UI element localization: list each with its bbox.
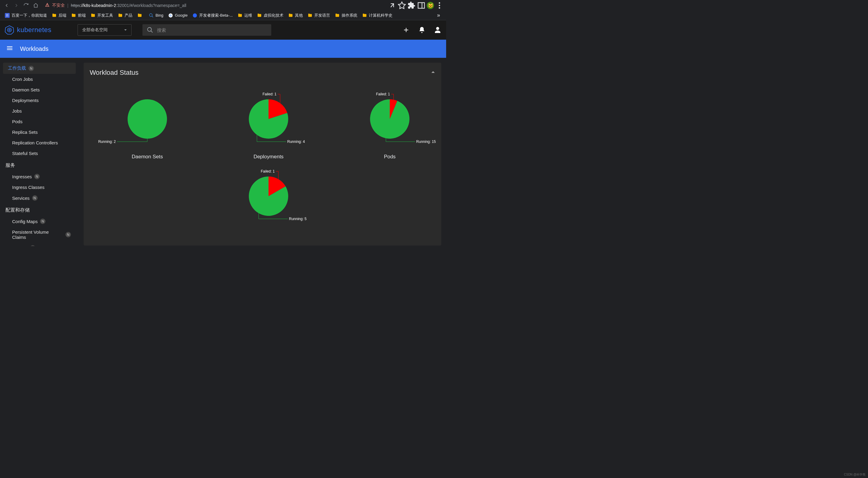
svg-text:Running: 4: Running: 4 (287, 140, 305, 144)
svg-text:Failed: 1: Failed: 1 (262, 92, 276, 96)
sidebar-item-label: Secrets (12, 245, 28, 246)
sidebar-item-label: Stateful Sets (12, 151, 38, 156)
menu-toggle[interactable] (6, 44, 13, 53)
bookmark-item[interactable]: 产品 (116, 11, 134, 20)
home-button[interactable] (32, 1, 40, 10)
bookmark-item[interactable]: 运维 (236, 11, 254, 20)
bookmark-item[interactable]: 开发语言 (306, 11, 332, 20)
sidebar-item-label: Config Maps (12, 219, 38, 224)
bookmark-item[interactable]: 开发工具 (89, 11, 115, 20)
bookmark-item[interactable]: 计算机科学史 (360, 11, 394, 20)
bookmark-item[interactable]: Bing (147, 12, 165, 19)
kubernetes-logo[interactable]: kubernetes (5, 26, 52, 35)
bookmark-label: 开发工具 (97, 13, 113, 18)
bookmarks-overflow-icon[interactable]: » (434, 12, 443, 19)
sidebar-badge: N (65, 232, 71, 237)
bookmark-item[interactable]: 后端 (50, 11, 68, 20)
sidebar-section: 服务 (3, 159, 76, 171)
pie-chart: Failed: 1Running: 15 (332, 89, 446, 148)
bookmark-label: Google (175, 13, 188, 18)
content-area: 工作负载NCron JobsDaemon SetsDeploymentsJobs… (0, 58, 446, 246)
pie-chart: Running: 2 (90, 89, 205, 148)
sidebar-item-label: Services (12, 196, 30, 201)
bookmark-item[interactable]: 百百度一下，你就知道 (3, 11, 49, 20)
sidebar-item-label: 服务 (5, 162, 15, 169)
sidebar-item[interactable]: Daemon Sets (3, 84, 76, 95)
namespace-selected-label: 全部命名空间 (82, 27, 107, 33)
sidebar-item[interactable]: IngressesN (3, 171, 76, 182)
address-bar[interactable]: 不安全 | https://k8s-kubeadmin-2:32001/#/wo… (41, 1, 387, 10)
sidebar-item[interactable]: 工作负载N (3, 63, 76, 74)
sidebar-item[interactable]: Config MapsN (3, 216, 76, 227)
sidebar-badge: N (30, 245, 35, 246)
extensions-icon[interactable] (407, 1, 416, 10)
reload-button[interactable] (22, 1, 30, 10)
sidebar-item[interactable]: Persistent Volume ClaimsN (3, 227, 76, 242)
insecure-label: 不安全 (52, 3, 65, 8)
sidebar: 工作负载NCron JobsDaemon SetsDeploymentsJobs… (0, 58, 79, 246)
bookmark-item[interactable] (135, 12, 146, 19)
bookmark-item[interactable]: GGoogle (166, 12, 189, 19)
menu-icon[interactable] (435, 1, 444, 10)
bookmark-item[interactable]: 其他 (286, 11, 305, 20)
chart-cell: Running: 2Daemon Sets (90, 89, 205, 160)
bell-icon[interactable] (418, 26, 426, 34)
star-icon[interactable] (398, 1, 406, 10)
svg-point-9 (193, 13, 197, 17)
title-bar: Workloads (0, 40, 446, 58)
share-icon[interactable] (388, 1, 396, 10)
url-text: https://k8s-kubeadmin-2:32001/#/workload… (71, 3, 186, 8)
sidebar-item-label: 配置和存储 (5, 207, 30, 213)
search-input[interactable] (157, 28, 267, 33)
search-box[interactable] (143, 24, 271, 36)
svg-text:G: G (169, 14, 172, 17)
card-title: Workload Status (90, 69, 138, 77)
svg-text:Failed: 1: Failed: 1 (376, 92, 390, 96)
back-button[interactable] (2, 1, 11, 10)
sidebar-item[interactable]: Cron Jobs (3, 74, 76, 84)
sidebar-item-label: Pods (12, 119, 23, 124)
sidebar-section: 配置和存储 (3, 203, 76, 216)
sidebar-item[interactable]: SecretsN (3, 242, 76, 246)
bookmark-item[interactable]: 前端 (69, 11, 88, 20)
add-icon[interactable] (402, 26, 410, 34)
sidebar-item-label: Ingresses (12, 174, 32, 179)
sidebar-item[interactable]: Replica Sets (3, 127, 76, 137)
namespace-selector[interactable]: 全部命名空间 (78, 24, 131, 36)
bookmark-label: 百度一下，你就知道 (11, 13, 47, 18)
bookmark-item[interactable]: 开发者搜索-Beta-... (191, 11, 235, 20)
sidebar-item-label: Cron Jobs (12, 77, 33, 82)
sidebar-item[interactable]: Ingress Classes (3, 182, 76, 193)
svg-point-2 (439, 2, 440, 4)
svg-rect-0 (418, 2, 425, 8)
svg-line-6 (152, 16, 153, 17)
sidebar-item[interactable]: Replication Controllers (3, 137, 76, 148)
forward-button[interactable] (12, 1, 21, 10)
sidebar-item-label: Replica Sets (12, 130, 38, 135)
chart-cell: Failed: 1Running: 5Replica Sets (211, 166, 326, 237)
svg-point-5 (149, 13, 152, 16)
k8s-icon (5, 26, 14, 35)
search-icon (147, 27, 153, 33)
bookmark-item[interactable]: 操作系统 (333, 11, 359, 20)
sidebar-item[interactable]: Pods (3, 116, 76, 127)
profile-avatar[interactable]: 🐱 (427, 2, 434, 9)
sidebar-item-label: 工作负载 (8, 65, 26, 71)
svg-text:Running: 15: Running: 15 (416, 140, 436, 144)
sidebar-item-label: Deployments (12, 98, 39, 103)
svg-point-3 (439, 4, 440, 6)
sidebar-item[interactable]: ServicesN (3, 193, 76, 203)
chart-title: Deployments (253, 154, 283, 160)
chart-cell: Failed: 1Running: 4Deployments (211, 89, 326, 160)
browser-toolbar: 不安全 | https://k8s-kubeadmin-2:32001/#/wo… (0, 0, 446, 10)
sidebar-item[interactable]: Deployments (3, 95, 76, 106)
account-icon[interactable] (434, 26, 441, 34)
app-header: kubernetes 全部命名空间 (0, 20, 446, 40)
sidebar-item[interactable]: Jobs (3, 106, 76, 116)
bookmarks-bar: 百百度一下，你就知道后端前端开发工具产品BingGGoogle开发者搜索-Bet… (0, 10, 446, 20)
sidebar-item[interactable]: Stateful Sets (3, 148, 76, 159)
bookmark-item[interactable]: 虚拟化技术 (255, 11, 285, 20)
collapse-icon[interactable] (431, 70, 435, 75)
panel-icon[interactable] (417, 1, 426, 10)
charts-grid: Running: 2Daemon SetsFailed: 1Running: 4… (90, 89, 435, 237)
